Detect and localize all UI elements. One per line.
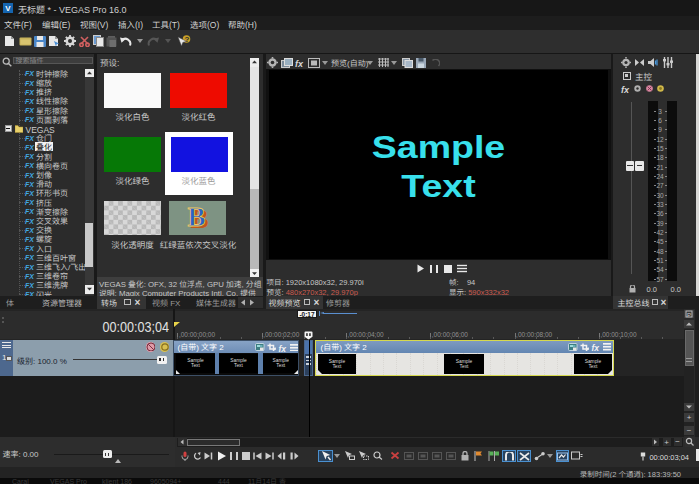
svg-text:?: ? bbox=[185, 35, 190, 44]
svg-text:P: P bbox=[687, 310, 691, 318]
svg-text:B: B bbox=[187, 202, 205, 232]
